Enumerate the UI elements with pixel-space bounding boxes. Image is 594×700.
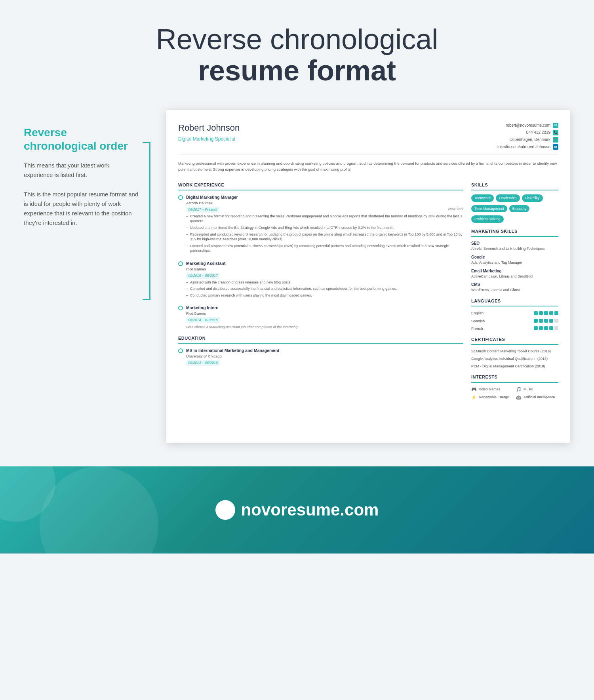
- contact-email: robert@novoresume.com ✉: [497, 122, 558, 129]
- dot-empty: [554, 326, 558, 330]
- bullet-item: Located and proposed new potential busin…: [186, 243, 463, 253]
- job-1-location: New York: [448, 207, 463, 213]
- cert-2: Google Analytics Individual Qualificatio…: [471, 356, 558, 361]
- mskill-email: Email Marketing ActiveCampaign, Litmus a…: [471, 268, 558, 279]
- mskill-cms-detail: WordPress, Joomla and Ghost: [471, 287, 558, 293]
- edu-degree: MS in International Marketing and Manage…: [186, 348, 463, 354]
- mskill-google: Google Ads, Analytics and Tag Manager: [471, 255, 558, 265]
- interests-grid: 🎮 Video Games 🎵 Music ⚡ Renewable Energy…: [471, 387, 558, 400]
- bullet-item: Conducted primary research with users pl…: [186, 293, 463, 298]
- mskill-email-name: Email Marketing: [471, 268, 558, 274]
- bullet-item: Assisted with the creation of press rele…: [186, 280, 463, 285]
- mskill-google-name: Google: [471, 255, 558, 260]
- skill-teamwork: Teamwork: [471, 194, 494, 202]
- skill-flexibility: Flexibility: [522, 194, 543, 202]
- mskill-email-detail: ActiveCampaign, Litmus and SendGrid: [471, 274, 558, 279]
- skill-time-management: Time Management: [471, 205, 507, 213]
- skills-tags-row3: Problem Solving: [471, 215, 558, 223]
- resume-summary: Marketing professional with proven exper…: [178, 161, 558, 176]
- job-1-title: Digital Marketing Manager: [186, 194, 463, 200]
- skill-leadership: Leadership: [496, 194, 520, 202]
- certificates-header: CERTIFICATES: [471, 337, 558, 345]
- cert-3: PCM - Digital Management Certification (…: [471, 364, 558, 369]
- edu-circle: [178, 348, 183, 353]
- job-2-title: Marketing Assistant: [186, 261, 463, 266]
- edu-school: University of Chicago: [186, 354, 463, 359]
- dot: [544, 319, 548, 323]
- bullet-item: Updated and monitored the Bid Strategy i…: [186, 225, 463, 230]
- edu-dates: 06/2014 – 06/2016: [186, 360, 220, 366]
- job-2: Marketing Assistant Riot Games 02/2015 –…: [178, 261, 463, 299]
- lang-english: English: [471, 310, 558, 316]
- bullet-item: Compiled and distributed successfully th…: [186, 286, 463, 291]
- skills-header: SKILLS: [471, 182, 558, 190]
- internship-note: Was offered a marketing assistant job af…: [186, 325, 463, 330]
- dot: [539, 311, 543, 315]
- mskill-cms: CMS WordPress, Joomla and Ghost: [471, 282, 558, 293]
- job-1-content: Digital Marketing Manager Astoria Baumax…: [186, 194, 463, 255]
- resume-identity: Robert Johnson Digital Marketing Special…: [178, 122, 240, 143]
- bullet-item: Redesigned and conducted keyword researc…: [186, 232, 463, 242]
- lang-french: French: [471, 326, 558, 331]
- mskill-cms-name: CMS: [471, 282, 558, 287]
- lang-spanish: Spanish: [471, 318, 558, 323]
- location-icon: 📍: [553, 137, 558, 143]
- left-sidebar: Reverse chronological order This means t…: [24, 110, 150, 443]
- resume-job-title: Digital Marketing Specialist: [178, 136, 240, 143]
- interest-label: Renewable Energy: [479, 395, 509, 400]
- interest-video-games: 🎮 Video Games: [471, 387, 514, 392]
- dot: [544, 311, 548, 315]
- brand-logo-letter: [215, 500, 235, 520]
- title-bold: resume format: [8, 55, 586, 86]
- sidebar-title: Reverse chronological order: [24, 126, 139, 152]
- dot: [544, 326, 548, 330]
- education-header: EDUCATION: [178, 335, 463, 344]
- resume-body: WORK EXPERIENCE Digital Marketing Manage…: [178, 182, 558, 400]
- interest-renewable-energy: ⚡ Renewable Energy: [471, 395, 514, 400]
- dot: [534, 319, 538, 323]
- email-icon: ✉: [553, 123, 558, 128]
- job-3: Marketing Intern Riot Games 08/2014 – 01…: [178, 305, 463, 329]
- contact-location: Copenhagen, Denmark 📍: [497, 136, 558, 143]
- job-1-circle: [178, 195, 183, 200]
- edu-content: MS in International Marketing and Manage…: [186, 348, 463, 367]
- interest-label: Video Games: [479, 387, 500, 392]
- resume-card: Robert Johnson Digital Marketing Special…: [166, 110, 570, 443]
- bottom-section: novoresume.com: [0, 466, 594, 554]
- location-text: Copenhagen, Denmark: [510, 136, 550, 143]
- sidebar-bracket: [143, 142, 150, 300]
- brand-name: novoresume.com: [241, 500, 379, 519]
- linkedin-text: linkedin.com/in/robert.Johnson: [497, 143, 550, 150]
- ai-icon: 🤖: [516, 395, 522, 400]
- interest-ai: 🤖 Artificial Intelligence: [516, 395, 558, 400]
- job-2-company: Riot Games: [186, 266, 463, 272]
- resume-left-column: WORK EXPERIENCE Digital Marketing Manage…: [178, 182, 463, 400]
- job-1-company: Astoria Baumax: [186, 200, 463, 205]
- languages-header: LANGUAGES: [471, 298, 558, 306]
- phone-icon: 📞: [553, 130, 558, 135]
- job-3-company: Riot Games: [186, 311, 463, 316]
- interest-label: Music: [524, 387, 533, 392]
- job-3-circle: [178, 306, 183, 310]
- job-3-content: Marketing Intern Riot Games 08/2014 – 01…: [186, 305, 463, 329]
- dot: [539, 326, 543, 330]
- job-1-dates: 06/2017 – Present: [186, 207, 219, 213]
- resume-right-column: SKILLS Teamwork Leadership Flexibility T…: [471, 182, 558, 400]
- job-2-dates-row: 02/2015 – 05/2017: [186, 273, 463, 279]
- brand-logo: novoresume.com: [215, 500, 379, 520]
- skill-problem-solving: Problem Solving: [471, 215, 504, 223]
- lang-spanish-dots: [534, 319, 558, 323]
- job-3-dates-row: 08/2014 – 01/2015: [186, 317, 463, 323]
- job-2-dates: 02/2015 – 05/2017: [186, 273, 220, 279]
- dot-empty: [554, 319, 558, 323]
- cert-1: SEMrush Content Marketing Toolkit Course…: [471, 349, 558, 354]
- marketing-skills-header: MARKETING SKILLS: [471, 228, 558, 237]
- lang-english-name: English: [471, 310, 495, 316]
- skill-empathy: Empathy: [509, 205, 530, 213]
- bullet-item: Created a new format for reporting and p…: [186, 214, 463, 224]
- interests-header: INTERESTS: [471, 374, 558, 382]
- mskill-seo: SEO Ahrefs, Semrush and Link-building Te…: [471, 241, 558, 251]
- lang-english-dots: [534, 311, 558, 315]
- mskill-seo-detail: Ahrefs, Semrush and Link-building Techni…: [471, 246, 558, 251]
- contact-phone: 044 412 2019 📞: [497, 129, 558, 136]
